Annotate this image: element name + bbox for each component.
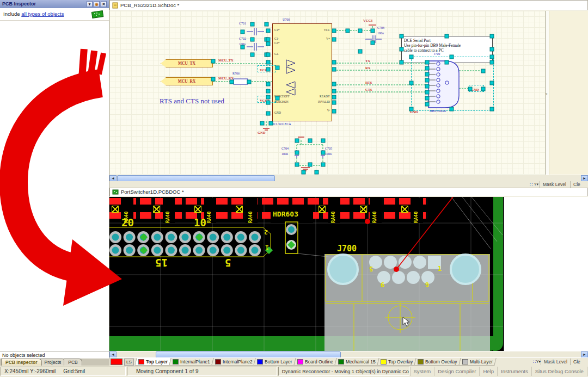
schematic-tabbar: PCB_RS2321D.SchDoc * <box>109 0 588 11</box>
layer-tab-label: Bottom Overlay <box>425 359 457 364</box>
layer-tab-bottom-layer[interactable]: Bottom Layer <box>254 358 296 366</box>
pcb-doc-tab[interactable]: PortSwitcher1D.PCBDOC * <box>109 188 588 196</box>
layer-tab-bar: LS Top Layer InternalPlane1 InternalPlan… <box>109 357 588 366</box>
red-annotation-arrow <box>0 46 131 354</box>
pcb-tabbar: PortSwitcher1D.PCBDOC * <box>109 188 588 197</box>
status-message: Moving Component 1 of 9 <box>131 368 199 374</box>
schematic-editor-section: PCB_RS2321D.SchDoc * 3 C1+ C1- C2+ C2- F… <box>109 0 588 188</box>
db9-pad-number: 1 <box>438 265 442 273</box>
silkscreen-number: 5 <box>225 257 231 269</box>
db9-pad-number: 5 <box>369 265 373 273</box>
layer-tab-board-outline[interactable]: Board Outline <box>293 358 336 366</box>
pcb-canvas[interactable]: RA40 RA40 RA40 RA40 RA40 RA40 RA40 HDR60… <box>109 197 588 351</box>
layer-tab-label: Mechanical 15 <box>346 359 376 364</box>
clear-button[interactable]: Cle <box>570 359 588 365</box>
j700-ghost-footprint[interactable] <box>324 254 490 351</box>
pcb-editor-section: PortSwitcher1D.PCBDOC * <box>109 188 588 366</box>
tab-projects[interactable]: Projects <box>40 359 66 366</box>
panel-buttons: System Design Compiler Help Instruments … <box>410 366 588 377</box>
tab-pcb[interactable]: PCB <box>64 359 82 366</box>
layer-tab-multi-layer[interactable]: Multi-Layer <box>458 358 497 366</box>
layer-tab-top-layer[interactable]: Top Layer <box>134 358 171 366</box>
mode-message-cell: Dynamic Reconnector - Moving 1 Object(s)… <box>278 367 409 376</box>
layer-tab-internalplane1[interactable]: InternalPlane1 <box>169 358 213 366</box>
silkscreen-number: 2 <box>264 228 268 236</box>
filter-icon[interactable]: Y▾ <box>536 360 541 364</box>
schematic-doc-tab[interactable]: PCB_RS2321D.SchDoc * <box>109 0 588 10</box>
status-bar: X:2450mil Y:-2960mil Grid:5mil Moving Co… <box>0 366 588 377</box>
filter-icon[interactable]: Y▾ <box>534 182 538 187</box>
mask-level-button[interactable]: Mask Level <box>541 359 570 365</box>
layer-tab-label: Top Overlay <box>388 359 413 364</box>
layer-tab-label: InternalPlane1 <box>180 359 210 364</box>
workspace-white-area <box>503 197 588 351</box>
cursor-position: X:2450mil Y:-2960mil <box>4 368 56 374</box>
layer-tab-internalplane2[interactable]: InternalPlane2 <box>211 358 256 366</box>
cursor-position-cell: X:2450mil Y:-2960mil Grid:5mil <box>1 367 126 376</box>
inspector-include-row: Include all types of objects <box>0 8 109 21</box>
include-label: Include <box>0 11 20 17</box>
schematic-canvas[interactable]: 3 C1+ C1- C2+ C2- FORCEOFF FORCEON GND V… <box>109 11 588 175</box>
situs-debug-console-panel-button[interactable]: Situs Debug Console <box>531 367 587 376</box>
application-window: PCB Inspector ▾ ◉ ✕ Include all types of… <box>0 0 588 377</box>
instruments-panel-button[interactable]: Instruments <box>497 367 531 376</box>
ic-buffers <box>286 60 295 95</box>
header-connector <box>109 227 273 257</box>
silkscreen-number: 1 <box>265 244 269 251</box>
schematic-mask-row: ∷ Y▾ Mask Level Cle <box>109 181 588 188</box>
panel-menu-icon[interactable]: ▾ <box>87 1 93 7</box>
layer-tab-label: InternalPlane2 <box>223 359 253 364</box>
tab-pcb-inspector[interactable]: PCB Inspector <box>1 359 42 366</box>
power-symbols <box>263 25 376 171</box>
hdr603-footprint <box>285 222 338 258</box>
layer-tab-top-overlay[interactable]: Top Overlay <box>377 358 416 366</box>
panel-title: PCB Inspector <box>2 1 36 7</box>
grid-setting: Grid:5mil <box>63 368 85 374</box>
left-panel-tabs: PCB Inspector Projects PCB <box>0 359 109 366</box>
current-layer-swatch[interactable] <box>111 359 122 365</box>
layer-tab-bottom-overlay[interactable]: Bottom Overlay <box>414 358 461 366</box>
ls-button[interactable]: LS <box>124 359 134 366</box>
layer-tab-mechanical15[interactable]: Mechanical 15 <box>334 358 379 366</box>
db9-pad-number: 9 <box>425 281 429 289</box>
layer-tab-label: Bottom Layer <box>265 359 293 364</box>
clear-button[interactable]: Cle <box>570 181 588 188</box>
layer-tab-label: Multi-Layer <box>470 359 493 364</box>
status-message-cell: Moving Component 1 of 9 <box>127 367 277 376</box>
db9-symbol[interactable] <box>427 61 459 108</box>
design-compiler-panel-button[interactable]: Design Compiler <box>434 367 479 376</box>
schematic-doc-icon <box>112 2 118 9</box>
panel-titlebar[interactable]: PCB Inspector ▾ ◉ ✕ <box>0 0 109 8</box>
mask-level-button[interactable]: Mask Level <box>540 181 569 188</box>
layer-tab-label: Board Outline <box>305 359 333 364</box>
layer-tab-label: Top Layer <box>146 359 168 364</box>
system-panel-button[interactable]: System <box>410 367 434 376</box>
schematic-drawing <box>109 11 588 175</box>
silkscreen-j700-label: J700 <box>337 244 357 254</box>
help-panel-button[interactable]: Help <box>479 367 497 376</box>
include-types-link[interactable]: all types of objects <box>21 11 64 17</box>
panel-pin-icon[interactable]: ◉ <box>94 1 100 7</box>
jump-dots-icon[interactable]: ∷ <box>530 182 533 187</box>
silkscreen-number: 10 <box>194 217 206 228</box>
db9-pad-number: 6 <box>381 281 384 289</box>
resistor-symbol <box>234 79 248 84</box>
schematic-tab-label: PCB_RS2321D.SchDoc * <box>120 1 179 10</box>
pcb-chip-icon <box>91 10 105 18</box>
silkscreen-number: 15 <box>155 257 168 269</box>
close-icon[interactable]: ✕ <box>101 1 107 7</box>
mode-message: Dynamic Reconnector - Moving 1 Object(s)… <box>282 369 409 374</box>
